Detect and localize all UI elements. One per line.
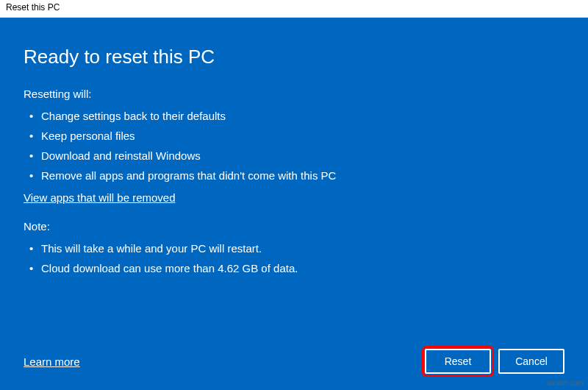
list-item: Download and reinstall Windows: [28, 146, 564, 166]
page-title: Ready to reset this PC: [24, 46, 564, 68]
window-titlebar: Reset this PC: [0, 0, 588, 18]
watermark-text: wsxdn.com: [547, 379, 584, 387]
resetting-will-label: Resetting will:: [24, 88, 564, 100]
list-item: Keep personal files: [28, 126, 564, 146]
list-item: Cloud download can use more than 4.62 GB…: [28, 258, 564, 278]
list-item: Remove all apps and programs that didn't…: [28, 166, 564, 185]
cancel-button[interactable]: Cancel: [498, 349, 564, 374]
list-item: Change settings back to their defaults: [28, 106, 564, 126]
dialog-content: Ready to reset this PC Resetting will: C…: [0, 18, 588, 390]
button-group: Reset Cancel: [425, 349, 564, 374]
view-apps-link[interactable]: View apps that will be removed: [24, 191, 176, 204]
note-label: Note:: [24, 220, 564, 233]
learn-more-link[interactable]: Learn more: [24, 355, 80, 368]
note-list: This will take a while and your PC will …: [24, 238, 564, 278]
dialog-footer: Learn more Reset Cancel: [24, 349, 564, 374]
window-title: Reset this PC: [6, 2, 60, 13]
resetting-will-list: Change settings back to their defaults K…: [24, 106, 564, 185]
reset-button[interactable]: Reset: [425, 349, 491, 374]
list-item: This will take a while and your PC will …: [28, 238, 564, 258]
